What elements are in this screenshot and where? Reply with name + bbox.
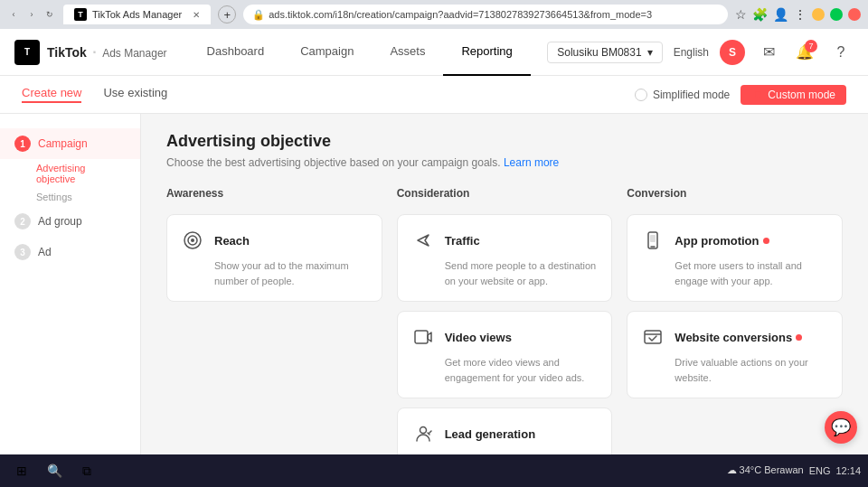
page-subtitle: Choose the best advertising objective ba… [166, 156, 843, 169]
account-dropdown-icon: ▾ [647, 46, 653, 59]
app-promo-desc: Get more users to install and engage wit… [640, 258, 829, 288]
traffic-desc: Send more people to a destination on you… [410, 258, 599, 288]
help-btn[interactable]: ? [828, 40, 854, 65]
notifications-btn[interactable]: 🔔 7 [792, 40, 817, 65]
sidebar-item-campaign[interactable]: 1 Campaign [0, 128, 140, 159]
main-layout: 1 Campaign Advertising objective Setting… [0, 114, 868, 454]
ssl-icon: 🔒 [252, 9, 265, 21]
page-title: Advertising objective [166, 132, 843, 151]
tab-create-new[interactable]: Create new [22, 86, 81, 103]
logo-ads-manager-text: Ads Manager [102, 47, 166, 60]
nav-dashboard[interactable]: Dashboard [189, 29, 283, 76]
address-bar[interactable]: 🔒 ads.tiktok.com/i18n/creation/campaign?… [243, 5, 728, 24]
svg-rect-7 [650, 235, 656, 242]
sub-header: Create new Use existing Simplified mode … [0, 76, 868, 114]
traffic-card[interactable]: Traffic Send more people to a destinatio… [397, 214, 613, 302]
reach-desc: Show your ad to the maximum number of pe… [180, 258, 369, 288]
app-promo-icon [640, 228, 665, 253]
tiktok-logo-icon: T [14, 40, 40, 65]
menu-btn[interactable]: ⋮ [794, 7, 807, 22]
content-area: Advertising objective Choose the best ad… [141, 114, 868, 454]
video-views-card-header: Video views [410, 324, 599, 350]
header-right: Solusiku BM0831 ▾ English S ✉ 🔔 7 ? [547, 40, 854, 65]
account-name: Solusiku BM0831 [557, 46, 641, 59]
chat-support-btn[interactable]: 💬 [825, 411, 857, 444]
sidebar-ad-group-label: Ad group [38, 215, 82, 228]
profile-btn[interactable]: 👤 [773, 7, 788, 22]
sidebar-sub-ad-objective[interactable]: Advertising objective [0, 159, 140, 188]
step-3-circle: 3 [14, 244, 31, 260]
reach-title: Reach [214, 234, 250, 248]
reach-card[interactable]: Reach Show your ad to the maximum number… [166, 214, 382, 302]
website-conv-dot [796, 334, 802, 341]
browser-actions: ☆ 🧩 👤 ⋮ [735, 7, 861, 22]
reload-btn[interactable]: ↻ [43, 8, 56, 21]
maximize-btn[interactable] [830, 8, 843, 21]
taskbar: ⊞ 🔍 ⧉ ☁ 34°C Berawan ENG 12:14 [0, 454, 868, 487]
awareness-column: Awareness Reach Show your ad to the maxi [166, 187, 382, 454]
messages-btn[interactable]: ✉ [756, 40, 781, 65]
custom-mode-label: Custom mode [768, 89, 835, 101]
app-promo-card-header: App promotion [640, 228, 829, 253]
nav-reporting[interactable]: Reporting [443, 29, 530, 76]
app-promotion-card[interactable]: App promotion Get more users to install … [627, 214, 843, 302]
lead-generation-card[interactable]: Lead generation Collect leads for your b… [397, 407, 613, 454]
nav-assets[interactable]: Assets [372, 29, 443, 76]
browser-tab[interactable]: T TikTok Ads Manager ✕ [63, 5, 211, 24]
search-taskbar-btn[interactable]: 🔍 [40, 457, 69, 484]
video-views-icon [410, 324, 436, 350]
tab-close-btn[interactable]: ✕ [193, 10, 200, 20]
custom-mode-btn[interactable]: Custom mode [741, 85, 846, 105]
svg-rect-8 [645, 331, 661, 343]
minimize-btn[interactable] [812, 8, 825, 21]
browser-controls[interactable]: ‹ › ↻ [7, 8, 56, 21]
task-view-btn[interactable]: ⧉ [72, 457, 101, 484]
start-btn[interactable]: ⊞ [7, 457, 36, 484]
bookmark-btn[interactable]: ☆ [735, 7, 747, 22]
learn-more-link[interactable]: Learn more [504, 156, 559, 169]
user-avatar[interactable]: S [720, 40, 745, 65]
svg-rect-3 [415, 331, 428, 343]
sidebar: 1 Campaign Advertising objective Setting… [0, 114, 141, 454]
tab-use-existing[interactable]: Use existing [103, 86, 167, 103]
simplified-mode-label: Simplified mode [653, 89, 730, 101]
logo-area: T TikTok · Ads Manager [14, 40, 167, 65]
video-views-card[interactable]: Video views Get more video views and eng… [397, 311, 613, 398]
new-tab-btn[interactable]: + [218, 5, 236, 23]
tab-favicon: T [74, 8, 87, 21]
taskbar-language: ENG [809, 465, 831, 476]
sidebar-item-ad-group[interactable]: 2 Ad group [0, 206, 140, 237]
extensions-btn[interactable]: 🧩 [752, 7, 768, 22]
reach-card-header: Reach [180, 228, 369, 253]
logo-tiktok-text: TikTok [47, 45, 87, 60]
simplified-mode-option[interactable]: Simplified mode [635, 89, 730, 101]
back-btn[interactable]: ‹ [7, 8, 20, 21]
app-header: T TikTok · Ads Manager Dashboard Campaig… [0, 29, 868, 76]
traffic-title: Traffic [445, 234, 480, 248]
step-1-circle: 1 [14, 136, 31, 152]
website-conversions-card[interactable]: Website conversions Drive valuable actio… [627, 311, 843, 398]
sidebar-ad-label: Ad [38, 246, 52, 258]
traffic-card-header: Traffic [410, 228, 599, 253]
taskbar-clock: 12:14 [835, 464, 861, 477]
close-btn[interactable] [848, 8, 861, 21]
url-text: ads.tiktok.com/i18n/creation/campaign?aa… [269, 9, 652, 20]
sidebar-campaign-label: Campaign [38, 137, 88, 150]
weather-display: ☁ 34°C Berawan [727, 464, 804, 476]
website-conv-icon [640, 324, 665, 350]
taskbar-right: ☁ 34°C Berawan ENG 12:14 [727, 464, 862, 477]
account-selector[interactable]: Solusiku BM0831 ▾ [547, 42, 662, 63]
consideration-column: Consideration Traffic Send more people t… [397, 187, 613, 454]
sidebar-sub-settings[interactable]: Settings [0, 188, 140, 206]
nav-campaign[interactable]: Campaign [282, 29, 372, 76]
custom-mode-radio [751, 89, 764, 101]
app-promo-dot [763, 238, 769, 244]
sidebar-item-ad[interactable]: 3 Ad [0, 237, 140, 267]
language-btn[interactable]: English [674, 46, 709, 59]
simplified-mode-radio[interactable] [635, 89, 647, 101]
website-conv-title: Website conversions [675, 331, 802, 344]
objectives-grid: Awareness Reach Show your ad to the maxi [166, 187, 843, 454]
video-views-title: Video views [445, 331, 512, 344]
forward-btn[interactable]: › [25, 8, 38, 21]
awareness-header: Awareness [166, 187, 382, 205]
